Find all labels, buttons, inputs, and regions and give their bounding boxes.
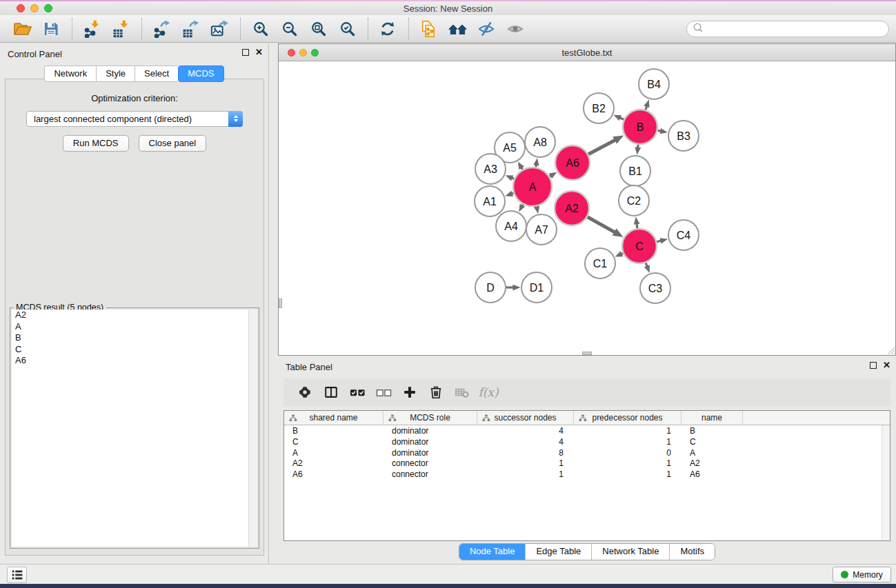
table-cell[interactable]: B <box>284 425 384 436</box>
table-cell[interactable]: dominator <box>384 425 477 436</box>
column-header-successor-nodes[interactable]: successor nodes <box>477 411 574 425</box>
table-row[interactable]: Bdominator41B <box>284 425 890 436</box>
edge-C-C4[interactable] <box>657 241 661 241</box>
select-all-columns-icon[interactable] <box>344 381 370 404</box>
close-table-panel-icon[interactable]: ✕ <box>883 361 890 369</box>
table-cell[interactable]: 4 <box>477 436 574 447</box>
result-list-item[interactable]: A2 <box>12 310 257 321</box>
node-A3[interactable]: A3 <box>475 154 506 184</box>
column-header-predecessor-nodes[interactable]: predecessor nodes <box>574 411 681 425</box>
table-row[interactable]: A2connector11A2 <box>284 458 890 469</box>
table-settings-icon[interactable] <box>292 381 318 404</box>
column-header-shared-name[interactable]: shared name <box>284 411 384 425</box>
result-list-item[interactable]: B <box>12 332 257 344</box>
node-B3[interactable]: B3 <box>668 121 699 151</box>
table-cell[interactable]: 4 <box>477 425 574 436</box>
export-image-icon[interactable] <box>207 17 232 41</box>
network-canvas[interactable]: AA5A8A3A1A4A7A6A2BB2B4B3B1CC2C4C1C3DD1 <box>279 61 895 355</box>
node-A7[interactable]: A7 <box>526 214 557 245</box>
close-panel-icon[interactable]: ✕ <box>255 48 263 56</box>
edge-A6-B[interactable] <box>588 140 615 154</box>
show-columns-icon[interactable] <box>318 381 344 404</box>
tab-network[interactable]: Network <box>44 65 96 82</box>
canvas-bottom-scroll-thumb[interactable] <box>582 352 592 355</box>
node-A1[interactable]: A1 <box>475 186 505 216</box>
table-cell[interactable]: connector <box>384 458 477 469</box>
table-cell[interactable]: 1 <box>477 458 574 469</box>
table-cell[interactable]: 1 <box>574 436 681 447</box>
open-session-icon[interactable] <box>10 17 34 41</box>
save-session-icon[interactable] <box>39 17 63 41</box>
node-A6[interactable]: A6 <box>555 145 590 180</box>
table-row[interactable]: Cdominator41C <box>284 436 890 447</box>
new-network-from-selection-icon[interactable] <box>416 17 441 41</box>
run-mcds-button[interactable]: Run MCDS <box>63 135 129 152</box>
tab-select[interactable]: Select <box>135 65 178 82</box>
node-A4[interactable]: A4 <box>496 211 526 241</box>
table-row[interactable]: A6connector11A6 <box>284 469 890 480</box>
tab-network-table[interactable]: Network Table <box>592 544 670 560</box>
result-scrollbar[interactable] <box>248 310 257 547</box>
table-cell[interactable]: B <box>681 425 743 436</box>
table-cell[interactable]: 1 <box>574 469 681 480</box>
node-C1[interactable]: C1 <box>585 248 615 278</box>
import-network-icon[interactable] <box>79 17 104 41</box>
edge-A-A6[interactable] <box>550 176 550 176</box>
node-C3[interactable]: C3 <box>640 273 670 303</box>
close-panel-button[interactable]: Close panel <box>139 135 207 152</box>
resize-grip-icon[interactable] <box>886 345 895 354</box>
edge-A-A4[interactable] <box>522 204 523 205</box>
node-B4[interactable]: B4 <box>639 69 669 99</box>
table-scrollbar[interactable] <box>882 425 890 540</box>
result-list-item[interactable]: C <box>12 344 257 356</box>
search-field[interactable] <box>686 21 889 37</box>
tab-mcds[interactable]: MCDS <box>178 65 223 82</box>
node-B[interactable]: B <box>623 110 657 144</box>
import-table-icon[interactable] <box>108 17 133 41</box>
edge-A-A1[interactable] <box>512 193 513 194</box>
delete-table-icon[interactable] <box>449 381 475 404</box>
hide-selected-icon[interactable] <box>474 17 499 41</box>
node-D[interactable]: D <box>475 272 506 303</box>
export-network-icon[interactable] <box>149 17 174 41</box>
column-header-name[interactable]: name <box>681 411 743 425</box>
table-cell[interactable]: 0 <box>574 447 681 458</box>
tab-style[interactable]: Style <box>96 65 135 82</box>
edge-C-C1[interactable] <box>621 253 623 254</box>
node-C2[interactable]: C2 <box>619 185 649 216</box>
table-cell[interactable]: dominator <box>384 447 477 458</box>
table-cell[interactable]: A <box>284 447 384 458</box>
table-cell[interactable]: A2 <box>681 458 743 469</box>
edge-C-C3[interactable] <box>646 263 647 266</box>
node-A2[interactable]: A2 <box>555 191 589 225</box>
column-header-MCDS-role[interactable]: MCDS role <box>384 411 477 425</box>
edge-A-A3[interactable] <box>512 178 514 179</box>
network-window-titlebar[interactable]: testGlobe.txt <box>279 44 895 61</box>
canvas-left-scroll-thumb[interactable] <box>279 298 282 308</box>
delete-columns-icon[interactable] <box>423 381 449 404</box>
first-neighbors-icon[interactable] <box>445 17 470 41</box>
node-A8[interactable]: A8 <box>525 127 555 157</box>
node-B2[interactable]: B2 <box>584 93 614 123</box>
result-list-item[interactable]: A6 <box>12 355 257 367</box>
table-cell[interactable]: C <box>681 436 743 447</box>
node-C4[interactable]: C4 <box>668 220 699 250</box>
zoom-in-icon[interactable] <box>248 17 272 41</box>
dropdown-stepper-icon[interactable] <box>228 111 243 127</box>
result-list-item[interactable]: A <box>12 321 257 333</box>
tab-node-table[interactable]: Node Table <box>459 544 526 560</box>
table-cell[interactable]: A6 <box>681 469 743 480</box>
float-table-panel-icon[interactable] <box>870 362 877 369</box>
edge-A2-C[interactable] <box>588 217 615 232</box>
table-cell[interactable]: A2 <box>284 458 384 469</box>
table-cell[interactable]: connector <box>384 469 477 480</box>
node-A[interactable]: A <box>513 168 552 206</box>
node-B1[interactable]: B1 <box>620 156 650 186</box>
search-input[interactable] <box>707 24 888 34</box>
zoom-out-icon[interactable] <box>277 17 301 41</box>
table-cell[interactable]: A6 <box>284 469 384 480</box>
export-table-icon[interactable] <box>178 17 203 41</box>
function-builder-icon[interactable]: f(x) <box>475 381 501 404</box>
table-row[interactable]: Adominator80A <box>284 447 890 458</box>
zoom-fit-icon[interactable] <box>306 17 330 41</box>
